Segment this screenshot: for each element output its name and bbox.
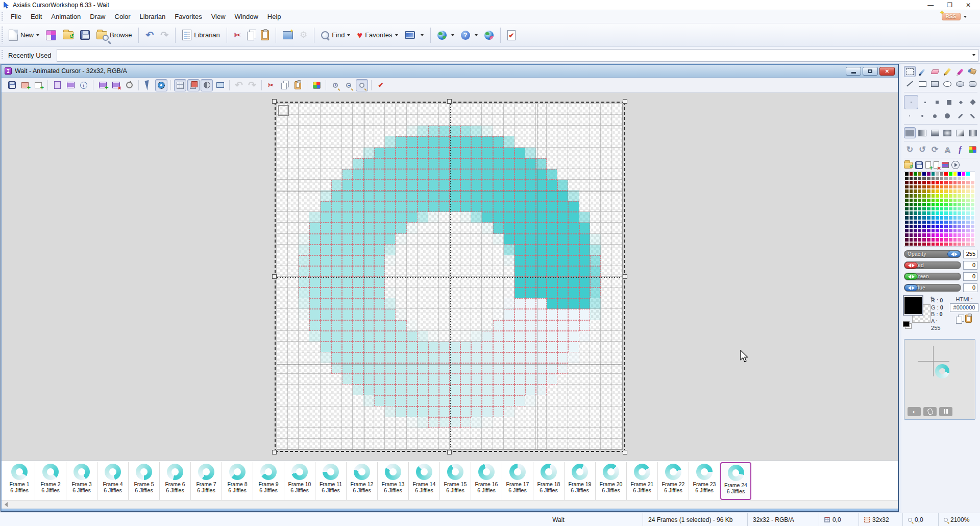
pixel-cell[interactable]: [428, 374, 439, 385]
pixel-cell[interactable]: [579, 126, 590, 136]
pixel-cell[interactable]: [321, 363, 331, 374]
pixel-cell[interactable]: [363, 331, 374, 342]
palette-color[interactable]: [913, 224, 918, 229]
pixel-cell[interactable]: [579, 428, 590, 439]
pixel-cell[interactable]: [525, 126, 536, 136]
menu-item-help[interactable]: Help: [263, 11, 286, 22]
pixel-cell[interactable]: [493, 212, 504, 223]
palette-color[interactable]: [935, 202, 940, 207]
pixel-cell[interactable]: [601, 180, 611, 190]
pixel-cell[interactable]: [525, 136, 536, 147]
pixel-cell[interactable]: [309, 169, 320, 180]
pixel-cell[interactable]: [611, 136, 622, 147]
fill-style-gradient-v[interactable]: [929, 127, 941, 138]
pixel-cell[interactable]: [342, 417, 353, 428]
pixel-cell[interactable]: [299, 148, 309, 158]
pixel-cell[interactable]: [493, 309, 504, 320]
pixel-cell[interactable]: [590, 363, 601, 374]
tool-rounded-rectangle[interactable]: [967, 78, 978, 89]
palette-color[interactable]: [948, 211, 953, 216]
palette-color[interactable]: [913, 202, 918, 207]
pixel-cell[interactable]: [385, 363, 396, 374]
pixel-cell[interactable]: [557, 148, 568, 158]
pixel-cell[interactable]: [428, 115, 439, 126]
palette-color[interactable]: [948, 224, 953, 229]
palette-color[interactable]: [940, 189, 944, 194]
pixel-cell[interactable]: [493, 320, 504, 331]
pixel-cell[interactable]: [547, 395, 557, 406]
red-value[interactable]: 0: [963, 261, 977, 270]
palette-color[interactable]: [904, 172, 909, 176]
pixel-canvas[interactable]: [277, 104, 623, 450]
selection-handle[interactable]: [623, 274, 627, 279]
pixel-cell[interactable]: [353, 417, 363, 428]
pixel-cell[interactable]: [504, 385, 514, 395]
pixel-cell[interactable]: [428, 148, 439, 158]
pixel-cell[interactable]: [396, 417, 406, 428]
pixel-cell[interactable]: [460, 180, 471, 190]
pixel-cell[interactable]: [277, 352, 288, 363]
pixel-cell[interactable]: [407, 136, 418, 147]
pixel-cell[interactable]: [514, 395, 525, 406]
pixel-cell[interactable]: [601, 374, 611, 385]
pixel-cell[interactable]: [407, 363, 418, 374]
pixel-cell[interactable]: [385, 277, 396, 288]
pixel-cell[interactable]: [536, 223, 547, 233]
palette-color[interactable]: [962, 207, 966, 211]
palette-color[interactable]: [926, 237, 931, 242]
pixel-cell[interactable]: [471, 342, 482, 352]
pixel-cell[interactable]: [277, 374, 288, 385]
palette-color[interactable]: [966, 224, 970, 229]
pixel-cell[interactable]: [525, 223, 536, 233]
pixel-cell[interactable]: [514, 234, 525, 245]
pixel-cell[interactable]: [288, 136, 299, 147]
palette-color[interactable]: [957, 207, 962, 211]
palette-color[interactable]: [940, 180, 944, 185]
pixel-cell[interactable]: [536, 136, 547, 147]
commit-button[interactable]: ✔: [375, 79, 387, 91]
pixel-cell[interactable]: [374, 223, 385, 233]
pixel-cell[interactable]: [363, 277, 374, 288]
palette-color[interactable]: [966, 216, 970, 220]
tool-ellipse[interactable]: [942, 78, 953, 89]
pixel-cell[interactable]: [482, 352, 493, 363]
palette-color[interactable]: [957, 185, 962, 189]
pixel-cell[interactable]: [374, 288, 385, 298]
pixel-cell[interactable]: [288, 115, 299, 126]
pixel-cell[interactable]: [385, 331, 396, 342]
pixel-cell[interactable]: [407, 352, 418, 363]
frame-item-8[interactable]: Frame 86 Jiffies: [222, 462, 253, 500]
pixel-cell[interactable]: [342, 352, 353, 363]
palette-color[interactable]: [922, 211, 926, 216]
scroll-left-arrow[interactable]: [5, 502, 8, 507]
pixel-cell[interactable]: [547, 255, 557, 266]
pixel-cell[interactable]: [439, 309, 450, 320]
pixel-cell[interactable]: [471, 309, 482, 320]
pixel-cell[interactable]: [309, 277, 320, 288]
palette-color[interactable]: [944, 207, 948, 211]
palette-color[interactable]: [931, 185, 936, 189]
pixel-cell[interactable]: [439, 169, 450, 180]
pixel-cell[interactable]: [299, 342, 309, 352]
pixel-cell[interactable]: [277, 255, 288, 266]
pixel-cell[interactable]: [557, 407, 568, 417]
palette-color[interactable]: [962, 233, 966, 237]
pixel-cell[interactable]: [536, 374, 547, 385]
pixel-cell[interactable]: [396, 245, 406, 255]
palette-color[interactable]: [931, 211, 936, 216]
pixel-cell[interactable]: [471, 115, 482, 126]
pixel-cell[interactable]: [428, 342, 439, 352]
pixel-cell[interactable]: [396, 428, 406, 439]
pixel-cell[interactable]: [601, 395, 611, 406]
pixel-cell[interactable]: [385, 115, 396, 126]
pixel-cell[interactable]: [450, 320, 460, 331]
palette-color[interactable]: [962, 202, 966, 207]
palette-color[interactable]: [948, 229, 953, 233]
pixel-cell[interactable]: [428, 266, 439, 277]
pixel-cell[interactable]: [396, 158, 406, 169]
pixel-cell[interactable]: [557, 363, 568, 374]
pixel-cell[interactable]: [439, 298, 450, 309]
pixel-cell[interactable]: [428, 331, 439, 342]
pixel-cell[interactable]: [321, 201, 331, 212]
pixel-cell[interactable]: [504, 407, 514, 417]
